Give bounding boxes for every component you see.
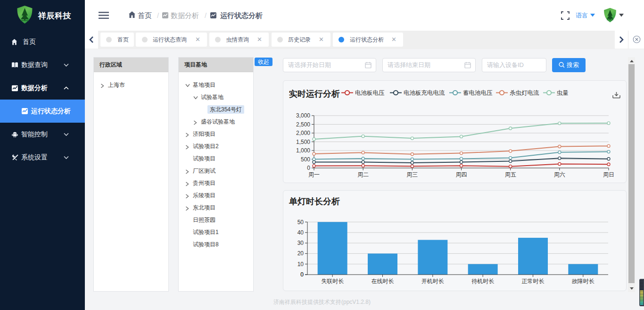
svg-text:20: 20 — [297, 250, 304, 257]
svg-text:故障时长: 故障时长 — [572, 278, 594, 285]
svg-text:在线时长: 在线时长 — [372, 278, 394, 285]
svg-text:3,000: 3,000 — [296, 112, 310, 119]
svg-text:周四: 周四 — [456, 171, 467, 178]
svg-text:2,000: 2,000 — [296, 130, 310, 136]
svg-text:40: 40 — [297, 229, 304, 236]
svg-text:电池板充电电流: 电池板充电电流 — [404, 90, 445, 96]
svg-text:0: 0 — [307, 165, 310, 171]
svg-text:1,500: 1,500 — [296, 139, 310, 145]
svg-text:周日: 周日 — [603, 171, 614, 178]
svg-text:2,500: 2,500 — [296, 121, 310, 128]
svg-text:失联时长: 失联时长 — [321, 278, 344, 285]
svg-text:50: 50 — [297, 219, 304, 226]
svg-text:虫量: 虫量 — [557, 90, 569, 96]
svg-text:500: 500 — [301, 156, 310, 163]
svg-text:0: 0 — [300, 271, 304, 278]
svg-text:10: 10 — [297, 261, 304, 268]
svg-text:杀虫灯电流: 杀虫灯电流 — [510, 90, 539, 96]
svg-text:周二: 周二 — [357, 171, 369, 178]
svg-text:周三: 周三 — [406, 171, 418, 178]
svg-text:正常时长: 正常时长 — [522, 278, 545, 285]
svg-text:周五: 周五 — [505, 171, 516, 178]
svg-text:30: 30 — [297, 240, 304, 246]
svg-text:1,000: 1,000 — [296, 147, 310, 154]
svg-text:电池板电压: 电池板电压 — [355, 90, 385, 96]
svg-text:周六: 周六 — [554, 171, 565, 178]
svg-text:待机时长: 待机时长 — [471, 278, 494, 285]
svg-text:开机时长: 开机时长 — [421, 278, 444, 285]
svg-text:周一: 周一 — [308, 171, 320, 178]
svg-text:蓄电池电压: 蓄电池电压 — [463, 90, 493, 96]
